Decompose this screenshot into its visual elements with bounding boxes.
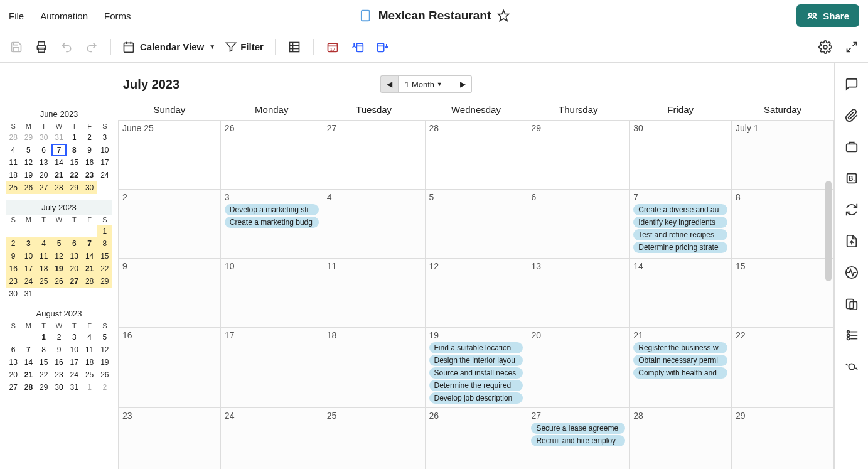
mini-day[interactable]: 24 bbox=[97, 169, 112, 181]
mini-day[interactable]: 29 bbox=[67, 181, 82, 194]
proof-icon[interactable] bbox=[844, 139, 859, 154]
mini-day[interactable]: 18 bbox=[36, 262, 51, 275]
calendar-cell[interactable]: 17 bbox=[220, 328, 323, 408]
scrollbar[interactable] bbox=[825, 181, 832, 281]
mini-day[interactable]: 15 bbox=[36, 356, 51, 369]
attachment-icon[interactable] bbox=[844, 108, 859, 123]
today-icon[interactable]: 17 bbox=[325, 40, 340, 55]
mini-calendar-title[interactable]: July 2023 bbox=[6, 200, 112, 215]
mini-day[interactable]: 29 bbox=[21, 131, 36, 144]
calendar-event[interactable]: Determine the required bbox=[429, 380, 523, 391]
calendar-event[interactable]: Create a marketing budg bbox=[225, 217, 319, 228]
mini-day[interactable]: 12 bbox=[51, 250, 67, 262]
mini-day[interactable]: 4 bbox=[6, 144, 21, 156]
calendar-event[interactable]: Source and install neces bbox=[429, 367, 523, 379]
calendar-event[interactable]: Find a suitable location bbox=[429, 342, 523, 353]
gear-icon[interactable] bbox=[818, 40, 833, 55]
mini-day[interactable]: 27 bbox=[36, 181, 51, 194]
mini-day[interactable]: 16 bbox=[6, 262, 21, 275]
mini-day[interactable]: 23 bbox=[51, 369, 67, 381]
mini-day[interactable]: 23 bbox=[6, 275, 21, 288]
mini-day[interactable]: 4 bbox=[82, 331, 97, 343]
mini-day[interactable]: 1 bbox=[97, 225, 112, 237]
mini-day[interactable]: 23 bbox=[82, 169, 97, 181]
mini-day[interactable]: 1 bbox=[67, 131, 82, 144]
mini-day[interactable]: 2 bbox=[97, 381, 112, 394]
cal-down-icon[interactable] bbox=[375, 40, 390, 55]
mini-day[interactable]: 24 bbox=[67, 369, 82, 381]
calendar-cell[interactable]: July 1 bbox=[732, 121, 834, 190]
calendar-cell[interactable]: 9 bbox=[119, 259, 221, 328]
menu-automation[interactable]: Automation bbox=[40, 11, 88, 21]
calendar-event[interactable]: Determine pricing strate bbox=[633, 242, 727, 253]
mini-day[interactable]: 29 bbox=[36, 381, 51, 394]
calendar-event[interactable]: Recruit and hire employ bbox=[531, 435, 625, 446]
mini-day[interactable]: 7 bbox=[21, 343, 36, 356]
mini-day[interactable]: 31 bbox=[67, 381, 82, 394]
mini-day[interactable]: 24 bbox=[21, 275, 36, 288]
mini-day[interactable]: 31 bbox=[51, 131, 67, 144]
mini-day[interactable]: 12 bbox=[97, 343, 112, 356]
calendar-cell[interactable]: 29 bbox=[527, 121, 630, 190]
mini-day[interactable]: 22 bbox=[97, 262, 112, 275]
mini-day[interactable]: 8 bbox=[97, 237, 112, 250]
period-prev-button[interactable]: ◀ bbox=[380, 75, 398, 93]
view-selector[interactable]: Calendar View ▼ bbox=[122, 41, 215, 53]
period-next-button[interactable]: ▶ bbox=[454, 75, 472, 93]
calendar-event[interactable]: Develop job description bbox=[429, 392, 523, 404]
mini-day[interactable]: 27 bbox=[6, 381, 21, 394]
calendar-cell[interactable]: 30 bbox=[630, 121, 732, 190]
calendar-cell[interactable]: 25 bbox=[323, 408, 425, 470]
calendar-cell[interactable]: 27Secure a lease agreemeRecruit and hire… bbox=[527, 408, 630, 470]
mini-day[interactable]: 2 bbox=[82, 131, 97, 144]
activity-icon[interactable] bbox=[844, 265, 859, 280]
mini-day[interactable]: 12 bbox=[21, 156, 36, 169]
mini-day[interactable]: 1 bbox=[36, 331, 51, 343]
mini-day[interactable]: 30 bbox=[82, 181, 97, 194]
calendar-cell[interactable]: 8 bbox=[732, 190, 834, 259]
print-icon[interactable] bbox=[34, 40, 49, 55]
calendar-cell[interactable]: 12 bbox=[425, 259, 527, 328]
mini-day[interactable]: 3 bbox=[67, 331, 82, 343]
mini-day[interactable]: 17 bbox=[21, 262, 36, 275]
mini-day[interactable]: 6 bbox=[36, 144, 51, 156]
calendar-cell[interactable]: 18 bbox=[323, 328, 425, 408]
calendar-event[interactable]: Comply with health and bbox=[633, 367, 727, 379]
mini-calendar-title[interactable]: June 2023 bbox=[6, 107, 112, 121]
mini-day[interactable]: 25 bbox=[36, 275, 51, 288]
mini-day[interactable]: 15 bbox=[67, 156, 82, 169]
calendar-cell[interactable]: 16 bbox=[119, 328, 221, 408]
mini-day[interactable]: 2 bbox=[51, 331, 67, 343]
mini-day[interactable]: 13 bbox=[36, 156, 51, 169]
mini-day[interactable]: 9 bbox=[82, 144, 97, 156]
mini-day[interactable]: 30 bbox=[36, 131, 51, 144]
calendar-cell[interactable]: June 25 bbox=[119, 121, 221, 190]
mini-day[interactable]: 8 bbox=[67, 144, 82, 156]
mini-day[interactable]: 28 bbox=[21, 381, 36, 394]
comment-icon[interactable] bbox=[844, 77, 859, 92]
mini-day[interactable]: 31 bbox=[21, 288, 36, 300]
mini-day[interactable]: 2 bbox=[6, 237, 21, 250]
calendar-cell[interactable]: 26 bbox=[425, 408, 527, 470]
calendar-cell[interactable]: 7Create a diverse and auIdentify key ing… bbox=[630, 190, 732, 259]
mini-day[interactable]: 30 bbox=[51, 381, 67, 394]
mini-day[interactable]: 16 bbox=[51, 356, 67, 369]
mini-day[interactable]: 4 bbox=[36, 237, 51, 250]
mini-day[interactable]: 5 bbox=[97, 331, 112, 343]
mini-day[interactable]: 21 bbox=[21, 369, 36, 381]
mini-day[interactable]: 8 bbox=[36, 343, 51, 356]
mini-day[interactable]: 11 bbox=[82, 343, 97, 356]
mini-day[interactable]: 18 bbox=[6, 169, 21, 181]
mini-day[interactable]: 11 bbox=[36, 250, 51, 262]
calendar-event[interactable]: Identify key ingredients bbox=[633, 217, 727, 228]
star-icon[interactable] bbox=[497, 9, 510, 22]
calendar-cell[interactable]: 3Develop a marketing strCreate a marketi… bbox=[220, 190, 323, 259]
calendar-cell[interactable]: 13 bbox=[527, 259, 630, 328]
mini-day[interactable]: 7 bbox=[82, 237, 97, 250]
mini-day[interactable]: 15 bbox=[97, 250, 112, 262]
mini-day[interactable]: 27 bbox=[67, 275, 82, 288]
calendar-event[interactable]: Obtain necessary permi bbox=[633, 355, 727, 366]
calendar-cell[interactable]: 22 bbox=[732, 328, 834, 408]
grid-view-icon[interactable] bbox=[287, 40, 302, 55]
calendar-event[interactable]: Develop a marketing str bbox=[225, 204, 319, 215]
